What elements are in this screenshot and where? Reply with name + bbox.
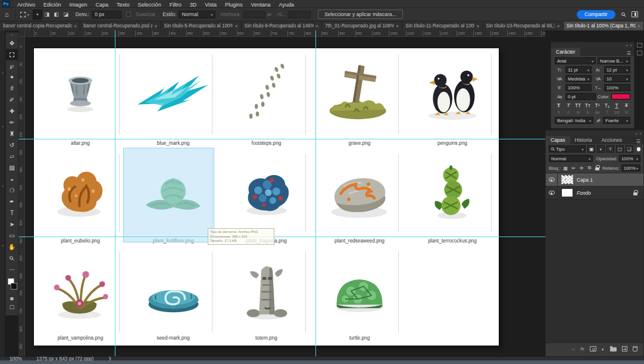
path-selection-tool[interactable]: ➤ (6, 219, 18, 230)
lasso-tool[interactable]: ℘ (6, 60, 18, 71)
document-tab-5[interactable]: 7th_01-Recuperado.jpg al 108% (Ca...× (322, 21, 402, 30)
screen-mode-button[interactable]: ▢ (6, 303, 18, 311)
crop-tool[interactable]: # (6, 83, 18, 94)
layer-thumbnail[interactable] (561, 188, 573, 197)
style-select[interactable]: Normal▾ (179, 11, 215, 18)
ordinals-button[interactable]: 1st (613, 110, 621, 114)
workspace-switcher-icon[interactable] (632, 11, 638, 17)
layer-filter-select[interactable]: ⚲ Tipo▾ (549, 145, 586, 153)
tab-close-icon[interactable]: × (315, 23, 318, 29)
delete-layer-icon[interactable] (633, 346, 637, 351)
select-and-mask-button[interactable]: Seleccionar y aplicar máscara... (318, 10, 402, 19)
empty-cell[interactable] (406, 245, 499, 346)
horizontal-guide[interactable] (18, 237, 545, 237)
link-layers-icon[interactable]: ∞ (571, 346, 575, 352)
tab-capas[interactable]: Capas (546, 136, 570, 144)
document-tab-2[interactable]: baner central-Recuperado.psd al 10...× (80, 21, 161, 30)
document-tab-6[interactable]: Sin título-11-Recuperado al 100% (C...× (402, 21, 483, 30)
rectangular-marquee-tool[interactable] (6, 49, 18, 60)
layer-name[interactable]: Fondo (577, 190, 591, 196)
tab-close-icon[interactable]: × (476, 23, 479, 29)
dock-panel-icons[interactable] (637, 43, 642, 55)
quick-mask-button[interactable]: ◙ (6, 294, 18, 303)
baseline-shift-input[interactable]: 0 pt (565, 93, 596, 100)
faux-bold-button[interactable]: T (555, 102, 562, 108)
vertical-guide[interactable] (115, 30, 115, 356)
menu-item-filtro[interactable]: Filtro (165, 2, 186, 8)
swash-button[interactable]: A (584, 110, 592, 114)
tab-close-icon[interactable]: × (396, 23, 399, 29)
layer-visibility-toggle[interactable] (546, 186, 558, 199)
menu-item-ventana[interactable]: Ventana (247, 2, 275, 8)
add-layer-mask-icon[interactable] (590, 346, 596, 351)
eyedropper-tool[interactable]: ✐ (6, 94, 18, 105)
blur-tool[interactable]: ◒ (6, 173, 18, 185)
filter-shape-layers-icon[interactable]: ▢ (616, 145, 624, 153)
vertical-scale-input[interactable]: 100% (565, 84, 592, 91)
document-tab-7[interactable]: Sin título-10-Recuperado al 66,7% (...× (483, 21, 564, 30)
underline-button[interactable]: T (613, 102, 621, 108)
filter-type-layers-icon[interactable]: T (607, 145, 614, 153)
all-caps-button[interactable]: TT (574, 102, 582, 108)
collapsed-dock-strip[interactable] (0, 30, 5, 356)
asset-cell-turtle-png[interactable]: turtle.png (313, 245, 406, 346)
asset-cell-seed-mark-png[interactable]: seed-mark.png (127, 245, 220, 346)
document-tab-1[interactable]: baner central copia-Recuperado al 1...× (0, 21, 80, 30)
spot-healing-tool[interactable]: ✚ (6, 105, 18, 117)
fill-select[interactable]: 100%▾ (621, 164, 640, 172)
menu-item-plugins[interactable]: Plugins (221, 2, 247, 8)
toolbar-collapse-icon[interactable]: » (6, 33, 18, 38)
asset-cell-plant-redseaweed-png[interactable]: plant_redseaweed.png (313, 148, 406, 245)
panel-collapse-icon[interactable]: » (626, 43, 628, 47)
type-tool[interactable]: T (6, 207, 18, 219)
filter-adjustment-layers-icon[interactable]: ◐ (597, 145, 605, 153)
font-family-select[interactable]: Arial▾ (555, 57, 596, 64)
move-tool[interactable]: ✥ (6, 38, 18, 49)
faux-italic-button[interactable]: T (564, 102, 572, 108)
horizontal-scale-input[interactable]: 100% (604, 84, 630, 91)
zoom-tool[interactable]: ⚲ (6, 253, 18, 264)
tab-historia[interactable]: Historia (570, 136, 597, 144)
layer-row-capa-1[interactable]: Capa 1 (546, 173, 643, 186)
width-input[interactable] (243, 11, 265, 18)
filter-smart-objects-icon[interactable]: ❏ (626, 145, 633, 153)
quick-selection-tool[interactable]: ✦ (6, 71, 18, 83)
document-tab-3[interactable]: Sin título-5-Recuperado al 100% (Ca...× (161, 21, 242, 30)
brush-tool[interactable]: ✏ (6, 117, 18, 128)
lock-transparency-icon[interactable]: ▦ (562, 164, 568, 172)
layer-row-fondo[interactable]: Fondo (546, 186, 643, 200)
tab-close-icon[interactable]: × (235, 23, 237, 29)
blend-mode-select[interactable]: Normal▾ (549, 155, 593, 162)
filter-pixel-layers-icon[interactable]: ▣ (587, 145, 595, 153)
ligatures-button[interactable]: fi (555, 110, 562, 114)
layer-name[interactable]: Capa 1 (577, 177, 593, 183)
vertical-guide[interactable] (315, 30, 316, 356)
subtract-from-selection-mode-button[interactable]: ◧ (52, 10, 61, 20)
asset-cell-altar-png[interactable]: altar.png (34, 48, 127, 148)
font-size-select[interactable]: 11 pt▾ (565, 66, 592, 73)
menu-item-capa[interactable]: Capa (92, 2, 113, 8)
lock-position-icon[interactable]: ✛ (579, 164, 584, 172)
search-icon[interactable]: ⚲ (620, 11, 627, 18)
hand-tool[interactable]: ✋ (6, 241, 18, 253)
language-select[interactable]: Bengali: India▾ (555, 117, 593, 124)
lock-pixels-icon[interactable]: ✏ (570, 164, 576, 172)
antialias-select[interactable]: Fuerte▾ (603, 117, 630, 124)
background-color-swatch[interactable] (11, 283, 17, 290)
asset-cell-plant-vampolina-png[interactable]: plant_vampolina.png (34, 245, 127, 346)
new-selection-mode-button[interactable]: ▪ (33, 10, 42, 20)
stylistic-alternates-button[interactable]: aa (593, 110, 601, 114)
horizontal-ruler[interactable]: 0501001502002503003504004505005506006507… (18, 30, 545, 37)
eraser-tool[interactable]: ▱ (6, 151, 18, 162)
adjustment-layer-icon[interactable]: ◐ (602, 346, 605, 352)
tab-close-icon[interactable]: × (154, 23, 157, 29)
pen-tool[interactable]: ✒ (6, 196, 18, 207)
rectangle-tool[interactable]: ▭ (6, 230, 18, 241)
edit-toolbar-tool[interactable]: ⋯ (6, 264, 18, 275)
menu-item-ayuda[interactable]: Ayuda (275, 2, 298, 8)
menu-item-3d[interactable]: 3D (186, 2, 201, 8)
menu-item-edici-n[interactable]: Edición (39, 2, 65, 8)
document-tab-8[interactable]: Sin título-1 al 100% (Capa 1, RGB/8#) *× (564, 21, 644, 30)
link-dimensions-icon[interactable]: ⇄ (267, 11, 271, 17)
menu-item-texto[interactable]: Texto (112, 2, 134, 8)
